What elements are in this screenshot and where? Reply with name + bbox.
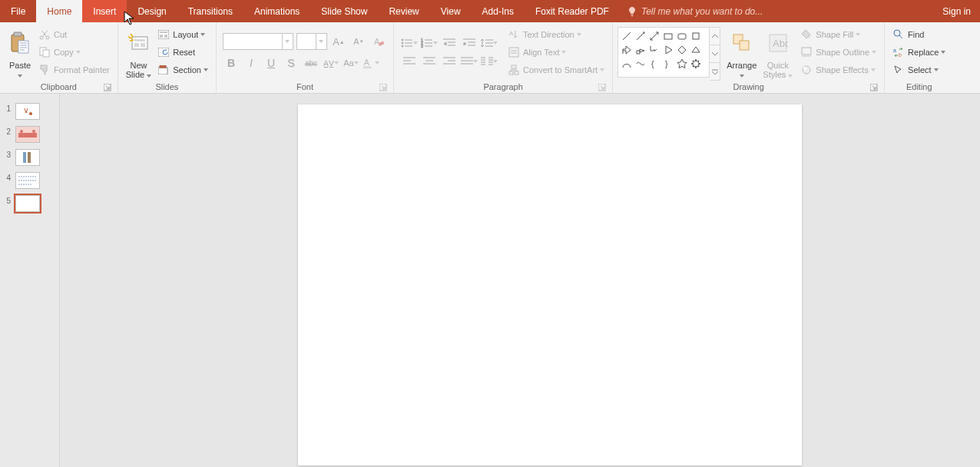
increase-indent-icon <box>463 38 475 48</box>
decrease-indent-button[interactable] <box>440 35 459 51</box>
thumbnail-4[interactable]: 4 <box>0 169 59 192</box>
shape-fill-button[interactable]: Shape Fill <box>797 26 879 43</box>
align-left-button[interactable] <box>400 53 419 70</box>
layout-button[interactable]: Layout <box>154 26 211 43</box>
smartart-icon <box>508 65 519 75</box>
decrease-font-button[interactable]: A▼ <box>350 33 367 50</box>
shape-effects-button[interactable]: Shape Effects <box>797 61 879 78</box>
reset-button[interactable]: Reset <box>154 44 211 61</box>
tab-transitions[interactable]: Transitions <box>177 0 243 22</box>
numbering-button[interactable]: 123 <box>420 35 439 51</box>
strike-button[interactable]: abc <box>303 55 319 71</box>
arrange-icon <box>732 33 752 53</box>
quick-styles-button[interactable]: Abc Quick Styles <box>760 24 796 81</box>
svg-rect-38 <box>678 34 686 39</box>
columns-icon <box>481 56 493 67</box>
copy-icon <box>39 47 50 58</box>
text-direction-button[interactable]: A Text Direction <box>505 26 608 43</box>
font-color-button[interactable]: A <box>363 55 379 71</box>
svg-rect-43 <box>740 41 749 50</box>
paste-button[interactable]: Paste <box>5 24 35 81</box>
find-button[interactable]: Find <box>889 26 949 43</box>
tab-insert[interactable]: Insert <box>82 0 127 22</box>
decrease-indent-icon <box>443 38 455 48</box>
bold-button[interactable]: B <box>223 55 240 71</box>
align-left-icon <box>403 56 416 67</box>
underline-button[interactable]: U <box>263 55 280 71</box>
tab-design[interactable]: Design <box>127 0 177 22</box>
font-dialog-launcher[interactable] <box>379 84 387 91</box>
tell-me-search[interactable]: Tell me what you want to do... <box>620 0 933 22</box>
svg-point-49 <box>803 67 806 70</box>
arrange-button[interactable]: Arrange <box>723 24 760 81</box>
svg-rect-39 <box>693 33 699 39</box>
align-center-icon <box>423 56 435 67</box>
change-case-button[interactable]: Aa <box>343 55 359 71</box>
align-center-button[interactable] <box>420 53 439 70</box>
line-spacing-button[interactable] <box>480 35 498 51</box>
font-name-combo[interactable] <box>223 33 293 50</box>
sign-in-link[interactable]: Sign in <box>933 0 980 22</box>
char-spacing-button[interactable]: A̲V̲ <box>323 55 339 71</box>
replace-button[interactable]: ab Replace <box>889 44 949 61</box>
tab-file[interactable]: File <box>0 0 36 22</box>
tab-view[interactable]: View <box>430 0 472 22</box>
svg-rect-46 <box>802 48 811 55</box>
svg-rect-2 <box>18 41 28 53</box>
tab-review[interactable]: Review <box>378 0 429 22</box>
svg-rect-23 <box>363 66 372 68</box>
format-painter-button[interactable]: Format Painter <box>35 61 113 78</box>
bullets-icon <box>401 38 413 48</box>
drawing-dialog-launcher[interactable] <box>870 84 878 91</box>
italic-button[interactable]: I <box>243 55 260 71</box>
svg-rect-37 <box>664 34 672 39</box>
workspace: 1 2 3 4 5 <box>0 94 980 467</box>
cut-button[interactable]: Cut <box>35 26 113 43</box>
clipboard-dialog-launcher[interactable] <box>104 84 111 91</box>
shape-outline-button[interactable]: Shape Outline <box>797 44 879 61</box>
group-editing: Find ab Replace Select Editing <box>885 22 953 93</box>
text-direction-icon: A <box>508 29 519 40</box>
bullets-button[interactable] <box>400 35 419 51</box>
align-right-icon <box>443 56 455 67</box>
section-button[interactable]: Section <box>154 61 211 78</box>
section-icon <box>158 65 169 75</box>
svg-rect-1 <box>14 32 22 36</box>
svg-point-51 <box>894 30 900 36</box>
svg-text:A: A <box>364 58 370 67</box>
shapes-gallery-scroll[interactable] <box>710 27 720 81</box>
new-slide-button[interactable]: New Slide <box>123 24 155 81</box>
align-text-button[interactable]: Align Text <box>505 44 608 61</box>
convert-smartart-button[interactable]: Convert to SmartArt <box>505 61 608 78</box>
thumbnail-5[interactable]: 5 <box>0 192 59 215</box>
clear-formatting-button[interactable]: A <box>370 33 387 50</box>
shapes-gallery[interactable]: { } <box>617 27 710 78</box>
paragraph-dialog-launcher[interactable] <box>598 84 606 91</box>
svg-text:A: A <box>509 30 514 37</box>
replace-icon: ab <box>893 47 904 58</box>
svg-rect-16 <box>164 35 167 38</box>
svg-rect-14 <box>160 31 167 33</box>
font-size-combo[interactable] <box>296 33 327 50</box>
align-right-button[interactable] <box>440 53 459 70</box>
layout-icon <box>158 30 169 39</box>
group-drawing: { } Arrange Abc Quick Styles <box>613 22 885 93</box>
tab-home[interactable]: Home <box>36 0 82 22</box>
increase-font-button[interactable]: A▲ <box>330 33 347 50</box>
select-button[interactable]: Select <box>889 61 949 78</box>
columns-button[interactable] <box>480 53 498 70</box>
slide-canvas-area[interactable] <box>60 94 980 467</box>
thumbnail-2[interactable]: 2 <box>0 123 59 146</box>
tab-animations[interactable]: Animations <box>243 0 310 22</box>
copy-button[interactable]: Copy <box>35 44 113 61</box>
increase-indent-button[interactable] <box>460 35 478 51</box>
svg-rect-47 <box>802 55 811 57</box>
current-slide[interactable] <box>298 104 802 465</box>
tab-addins[interactable]: Add-Ins <box>472 0 525 22</box>
thumbnail-3[interactable]: 3 <box>0 146 59 169</box>
justify-button[interactable] <box>460 53 478 70</box>
thumbnail-1[interactable]: 1 <box>0 100 59 123</box>
shadow-button[interactable]: S <box>283 55 300 71</box>
tab-slideshow[interactable]: Slide Show <box>310 0 378 22</box>
tab-foxit[interactable]: Foxit Reader PDF <box>525 0 620 22</box>
